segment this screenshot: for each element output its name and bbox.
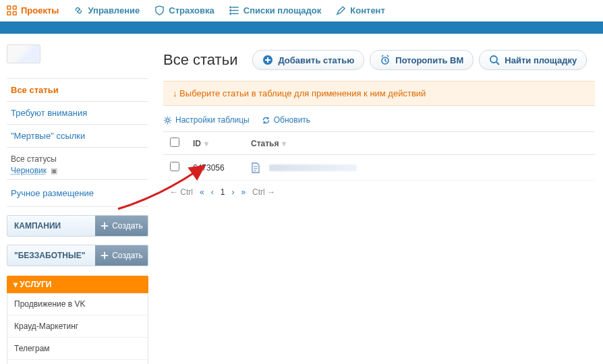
- hurry-button[interactable]: Поторопить ВМ: [370, 50, 473, 70]
- svg-rect-3: [13, 11, 16, 15]
- warning-bar: ↓ Выберите статьи в таблице для применен…: [163, 81, 595, 106]
- page-next-button[interactable]: ›: [231, 187, 234, 197]
- status-block: Все статусы Черновик ▣: [7, 148, 148, 180]
- plus-circle-icon: [262, 55, 273, 65]
- button-label: Добавить статью: [278, 55, 354, 65]
- svg-point-8: [230, 10, 231, 11]
- shield-icon: [154, 5, 165, 16]
- sidebar: Все статьи Требуют внимания "Мертвые" сс…: [0, 34, 155, 364]
- link-icon: [74, 5, 84, 16]
- col-label: ID: [193, 139, 201, 148]
- topnav-label: Проекты: [21, 5, 59, 16]
- avatar[interactable]: [7, 44, 40, 63]
- service-telegram[interactable]: Телеграм: [7, 338, 148, 360]
- article-title-redacted: [269, 164, 357, 171]
- gear-icon: [163, 116, 172, 125]
- action-buttons: Добавить статью Поторопить ВМ Найти площ…: [252, 50, 587, 70]
- create-campaign-button[interactable]: Создать: [95, 216, 148, 236]
- service-boost[interactable]: Усиление сайта: [7, 360, 148, 364]
- create-label: Создать: [112, 251, 143, 260]
- services-header[interactable]: ▾ УСЛУГИ: [7, 276, 148, 293]
- row-article: [251, 162, 588, 173]
- svg-point-9: [230, 13, 231, 14]
- col-id-header[interactable]: ID ▾: [193, 139, 251, 148]
- page-header-row: Все статьи Добавить статью Поторопить ВМ…: [163, 50, 595, 70]
- sidebar-item-all-articles[interactable]: Все статьи: [7, 79, 148, 102]
- sidebar-item-attention[interactable]: Требуют внимания: [7, 102, 148, 125]
- blue-bar: [0, 22, 603, 34]
- add-article-button[interactable]: Добавить статью: [252, 50, 364, 70]
- main-content: Все статьи Добавить статью Поторопить ВМ…: [155, 34, 603, 364]
- topnav-manage[interactable]: Управление: [74, 5, 140, 16]
- create-carefree-button[interactable]: Создать: [95, 245, 148, 266]
- panel-label: КАМПАНИИ: [7, 216, 95, 236]
- refresh-link[interactable]: Обновить: [262, 115, 310, 125]
- svg-line-19: [385, 61, 386, 62]
- service-vk[interactable]: Продвижение в VK: [7, 293, 148, 315]
- topnav-insurance[interactable]: Страховка: [154, 5, 214, 16]
- sidebar-item-manual[interactable]: Ручное размещение: [7, 180, 148, 207]
- page-last-button[interactable]: »: [241, 187, 246, 197]
- select-all-checkbox[interactable]: [170, 138, 179, 147]
- ctrl-right-hint: Ctrl →: [252, 187, 275, 197]
- top-nav: Проекты Управление Страховка Списки площ…: [0, 0, 603, 22]
- plus-icon: [100, 251, 109, 260]
- tool-label: Обновить: [274, 115, 310, 125]
- table-settings-link[interactable]: Настройки таблицы: [163, 115, 250, 125]
- plus-icon: [100, 221, 109, 231]
- service-crowd[interactable]: Крауд-Маркетинг: [7, 315, 148, 338]
- alarm-icon: [380, 55, 391, 65]
- svg-point-24: [166, 119, 169, 122]
- col-label: Статья: [251, 139, 279, 148]
- refresh-icon: [262, 116, 270, 125]
- funnel-icon[interactable]: ▾: [282, 139, 286, 148]
- page-number: 1: [221, 187, 225, 197]
- list-icon: [229, 5, 239, 16]
- svg-point-7: [230, 7, 231, 8]
- topnav-label: Управление: [88, 5, 140, 16]
- page-title: Все статьи: [163, 51, 237, 69]
- sidebar-nav: Все статьи Требуют внимания "Мертвые" сс…: [7, 78, 148, 148]
- page-prev-button[interactable]: ‹: [211, 187, 214, 197]
- funnel-icon[interactable]: ▾: [204, 139, 208, 148]
- col-article-header[interactable]: Статья ▾: [251, 139, 588, 148]
- svg-rect-0: [7, 6, 11, 9]
- svg-rect-1: [13, 6, 16, 9]
- button-label: Поторопить ВМ: [395, 55, 463, 65]
- document-icon: [251, 162, 260, 173]
- svg-line-21: [387, 55, 389, 57]
- pagination: ← Ctrl « ‹ 1 › » Ctrl →: [163, 181, 595, 204]
- svg-line-23: [496, 62, 499, 65]
- button-label: Найти площадку: [505, 55, 577, 65]
- svg-line-20: [382, 55, 383, 57]
- page-first-button[interactable]: «: [200, 187, 204, 197]
- table-row[interactable]: 6473056: [163, 155, 595, 181]
- row-checkbox[interactable]: [170, 162, 179, 171]
- status-draft-link[interactable]: Черновик: [11, 166, 47, 175]
- table-toolbar: Настройки таблицы Обновить: [163, 113, 595, 131]
- topnav-content[interactable]: Контент: [336, 5, 385, 16]
- topnav-label: Контент: [350, 5, 385, 16]
- tag-icon: ▣: [51, 166, 57, 175]
- create-label: Создать: [112, 221, 143, 231]
- topnav-lists[interactable]: Списки площадок: [229, 5, 322, 16]
- row-id: 6473056: [193, 163, 251, 173]
- search-icon: [489, 55, 500, 65]
- tool-label: Настройки таблицы: [175, 115, 250, 125]
- svg-rect-2: [7, 11, 11, 15]
- grid-icon: [7, 5, 17, 16]
- services-list: Продвижение в VK Крауд-Маркетинг Телегра…: [7, 293, 148, 364]
- status-title: Все статусы: [11, 154, 144, 164]
- sidebar-item-dead-links[interactable]: "Мертвые" ссылки: [7, 125, 148, 148]
- panel-label: "БЕЗЗАБОТНЫЕ": [7, 245, 95, 266]
- panel-campaigns: КАМПАНИИ Создать: [7, 215, 148, 237]
- svg-point-22: [490, 56, 497, 63]
- find-site-button[interactable]: Найти площадку: [479, 50, 587, 70]
- table-header: ID ▾ Статья ▾: [163, 131, 595, 155]
- topnav-label: Списки площадок: [243, 5, 322, 16]
- topnav-label: Страховка: [169, 5, 214, 16]
- pencil-icon: [336, 5, 346, 16]
- panel-carefree: "БЕЗЗАБОТНЫЕ" Создать: [7, 245, 148, 266]
- ctrl-left-hint: ← Ctrl: [170, 187, 193, 197]
- topnav-projects[interactable]: Проекты: [7, 5, 59, 16]
